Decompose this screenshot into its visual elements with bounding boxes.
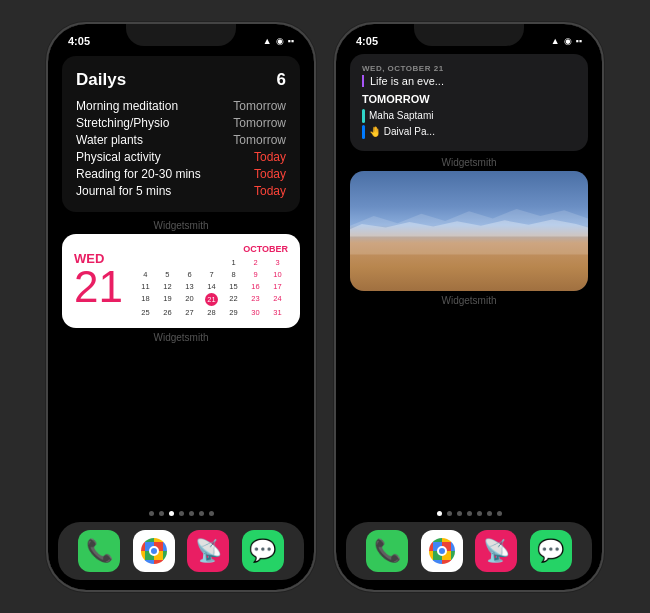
phone-1-screen: 4:05 ▲ ◉ ▪▪ Dailys 6 Morning meditation … (48, 24, 314, 590)
cal-cell: 15 (223, 281, 244, 292)
widgetsmith-label-3: Widgetsmith (350, 157, 588, 168)
cal-cell (157, 257, 178, 268)
cal-cell: 1 (223, 257, 244, 268)
p2-widgets: WED, OCTOBER 21 Life is an eve... TOMORR… (336, 24, 602, 505)
dailys-header: Dailys 6 (76, 70, 286, 90)
cal-cell: 28 (201, 307, 222, 318)
photo-widget[interactable] (350, 171, 588, 291)
page-dots-1 (48, 505, 314, 522)
beach-photo (350, 171, 588, 291)
chrome-icon-2[interactable] (421, 530, 463, 572)
dot-6 (199, 511, 204, 516)
status-icons-2: ▲ ◉ ▪▪ (551, 36, 582, 46)
dot-7 (209, 511, 214, 516)
cc-tomorrow-event-1: Maha Saptami (362, 109, 576, 123)
cal-cell: 10 (267, 269, 288, 280)
status-time-1: 4:05 (68, 35, 90, 47)
cal-cell: 5 (157, 269, 178, 280)
chrome-icon[interactable] (133, 530, 175, 572)
chrome-ring-2 (429, 538, 455, 564)
dot-1 (149, 511, 154, 516)
calendar-widget[interactable]: WED 21 OCTOBER 1 2 3 4 (62, 234, 300, 328)
dot-p2-2 (447, 511, 452, 516)
dot-p2-6 (487, 511, 492, 516)
dot-4 (179, 511, 184, 516)
dot-p2-5 (477, 511, 482, 516)
dailys-row-status-3: Tomorrow (233, 133, 286, 147)
cal-cell: 17 (267, 281, 288, 292)
cal-cell: 4 (135, 269, 156, 280)
widgetsmith-label-2: Widgetsmith (62, 332, 300, 343)
cal-cell: 3 (267, 257, 288, 268)
dailys-row-status-5: Today (254, 167, 286, 181)
cal-cell: 26 (157, 307, 178, 318)
dock-2: 📞 📡 💬 (346, 522, 592, 580)
dailys-row-status-1: Tomorrow (233, 99, 286, 113)
cal-cell: 19 (157, 293, 178, 306)
cc-event: Life is an eve... (362, 75, 576, 87)
cal-cell: 18 (135, 293, 156, 306)
cal-grid: 1 2 3 4 5 6 7 8 9 10 11 12 13 (135, 257, 288, 318)
widgets-area-1: Dailys 6 Morning meditation Tomorrow Str… (48, 24, 314, 505)
cal-cell: 24 (267, 293, 288, 306)
dailys-count: 6 (277, 70, 286, 90)
cal-cell: 2 (245, 257, 266, 268)
whatsapp-icon[interactable]: 💬 (242, 530, 284, 572)
dock-1: 📞 📡 💬 (58, 522, 304, 580)
cal-cell: 29 (223, 307, 244, 318)
cc-event-label-1: Maha Saptami (369, 110, 433, 121)
status-icons-1: ▲ ◉ ▪▪ (263, 36, 294, 46)
widgetsmith-label-1: Widgetsmith (62, 220, 300, 231)
cast-icon-2[interactable]: 📡 (475, 530, 517, 572)
dot-p2-7 (497, 511, 502, 516)
cc-tomorrow: TOMORROW (362, 93, 576, 105)
calendar-card[interactable]: WED, OCTOBER 21 Life is an eve... TOMORR… (350, 54, 588, 151)
chrome-ring (141, 538, 167, 564)
cal-cell: 7 (201, 269, 222, 280)
phone-icon[interactable]: 📞 (78, 530, 120, 572)
cal-cell: 16 (245, 281, 266, 292)
cc-event-label-2: 🤚 Daival Pa... (369, 126, 435, 137)
whatsapp-icon-2[interactable]: 💬 (530, 530, 572, 572)
cal-cell: 11 (135, 281, 156, 292)
phone-icon-2[interactable]: 📞 (366, 530, 408, 572)
dot-2 (159, 511, 164, 516)
cal-cell: 27 (179, 307, 200, 318)
wifi-icon: ◉ (276, 36, 284, 46)
dot-5 (189, 511, 194, 516)
dailys-row-1: Morning meditation Tomorrow (76, 98, 286, 115)
cal-cell: 12 (157, 281, 178, 292)
phone-1: 4:05 ▲ ◉ ▪▪ Dailys 6 Morning meditation … (46, 22, 316, 592)
dailys-widget[interactable]: Dailys 6 Morning meditation Tomorrow Str… (62, 56, 300, 212)
cal-cell: 22 (223, 293, 244, 306)
cal-cell: 14 (201, 281, 222, 292)
battery-icon-2: ▪▪ (576, 36, 582, 46)
dailys-row-status-2: Tomorrow (233, 116, 286, 130)
status-time-2: 4:05 (356, 35, 378, 47)
dailys-row-label-6: Journal for 5 mins (76, 184, 171, 198)
dailys-row-label-2: Stretching/Physio (76, 116, 169, 130)
chrome-center (149, 546, 159, 556)
phone-2-screen: 4:05 ▲ ◉ ▪▪ WED, OCTOBER 21 Life is an e… (336, 24, 602, 590)
cal-cell: 25 (135, 307, 156, 318)
cal-left: WED 21 (74, 252, 123, 309)
cc-tomorrow-event-2: 🤚 Daival Pa... (362, 125, 576, 139)
cal-cell: 20 (179, 293, 200, 306)
dailys-row-3: Water plants Tomorrow (76, 132, 286, 149)
cal-right: OCTOBER 1 2 3 4 5 6 7 (135, 244, 288, 318)
cal-cell: 30 (245, 307, 266, 318)
dailys-title: Dailys (76, 70, 126, 90)
cal-cell (135, 257, 156, 268)
dailys-row-label-4: Physical activity (76, 150, 161, 164)
signal-icon: ▲ (263, 36, 272, 46)
cal-cell: 13 (179, 281, 200, 292)
notch-2 (414, 24, 524, 46)
dot-p2-3 (457, 511, 462, 516)
cal-cell (201, 257, 222, 268)
phone-2: 4:05 ▲ ◉ ▪▪ WED, OCTOBER 21 Life is an e… (334, 22, 604, 592)
cal-cell: 23 (245, 293, 266, 306)
dailys-row-label-5: Reading for 20-30 mins (76, 167, 201, 181)
cc-date: WED, OCTOBER 21 (362, 64, 576, 73)
cal-cell: 9 (245, 269, 266, 280)
cast-icon[interactable]: 📡 (187, 530, 229, 572)
